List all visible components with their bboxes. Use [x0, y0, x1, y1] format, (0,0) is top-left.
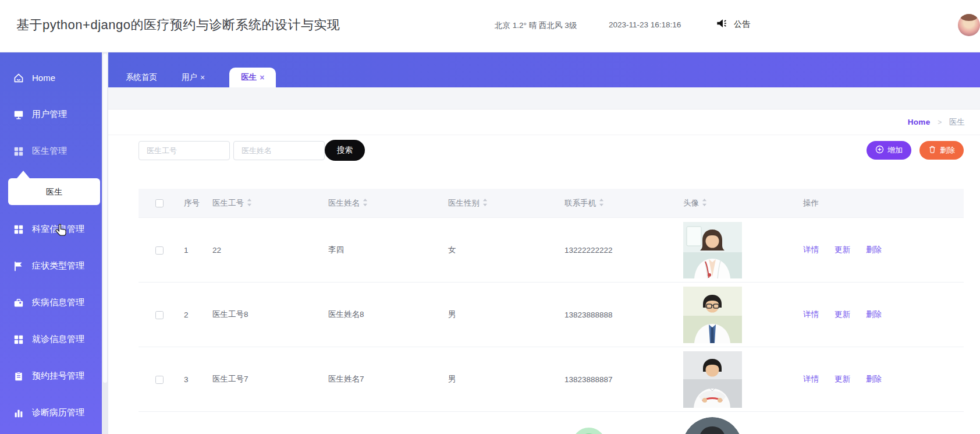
close-icon[interactable]: ×	[200, 68, 205, 87]
user-avatar[interactable]	[958, 14, 980, 36]
home-icon	[13, 72, 24, 84]
bag-icon	[13, 297, 24, 309]
cell-doctor-id: 医生工号8	[212, 309, 328, 320]
doctor-id-input[interactable]	[139, 141, 230, 160]
cell-actions: 详情更新删除	[798, 245, 964, 255]
column-header[interactable]: 医生姓名	[328, 198, 448, 209]
sidebar-item-label: 预约挂号管理	[32, 371, 84, 382]
cell-doctor-name: 医生姓名8	[328, 309, 448, 320]
tab-label: 用户	[182, 68, 197, 87]
sidebar-item-label: 诊断病历管理	[32, 407, 84, 418]
search-button[interactable]: 搜索	[325, 140, 365, 161]
sidebar-submenu: 医生	[0, 171, 108, 205]
cell-doctor-gender: 女	[448, 245, 564, 255]
speaker-icon	[716, 17, 729, 31]
sidebar-item-7[interactable]: 就诊信息管理	[0, 321, 108, 358]
sidebar-item-5[interactable]: 症状类型管理	[0, 248, 108, 284]
update-link[interactable]: 更新	[835, 310, 850, 319]
sidebar-item-label: 症状类型管理	[32, 260, 84, 271]
table-row: 2医生工号8医生姓名8男13823888888详情更新删除	[139, 283, 964, 347]
sort-caret-icon[interactable]	[363, 198, 368, 209]
column-header: 操作	[798, 198, 964, 209]
row-checkbox[interactable]	[155, 246, 164, 255]
sidebar-item-2[interactable]: 用户管理	[0, 96, 108, 133]
sort-caret-icon[interactable]	[599, 198, 604, 209]
sidebar-item-label: 医生管理	[32, 146, 67, 157]
sidebar-item-1[interactable]: Home	[0, 59, 108, 96]
content-top-strip	[108, 87, 980, 110]
sidebar: Home用户管理医生管理医生科室信息管理症状类型管理疾病信息管理就诊信息管理预约…	[0, 52, 108, 434]
breadcrumb-separator: >	[938, 118, 942, 126]
sidebar-item-9[interactable]: 诊断病历管理	[0, 394, 108, 431]
table-row: 122李四女13222222222详情更新删除	[139, 218, 964, 283]
sidebar-item-3[interactable]: 医生管理	[0, 133, 108, 170]
close-icon[interactable]: ×	[260, 68, 264, 87]
submenu-notch-icon	[17, 171, 30, 178]
male-doctor-glasses-photo	[683, 287, 742, 343]
green-circle-badge	[572, 428, 606, 434]
top-header: 基于python+django的医疗预约与诊断系统的设计与实现 北京 1.2° …	[0, 0, 980, 52]
column-header[interactable]: 头像	[683, 198, 798, 209]
delete-link[interactable]: 删除	[866, 375, 882, 383]
add-button[interactable]: 增加	[867, 141, 911, 160]
male-doctor-crossed-photo	[683, 351, 742, 408]
weather-info: 北京 1.2° 晴 西北风 3级	[495, 20, 577, 31]
sidebar-item-6[interactable]: 疾病信息管理	[0, 284, 108, 321]
cell-doctor-id: 医生工号7	[212, 374, 328, 384]
tab-bar: 系统首页用户×医生×	[108, 52, 980, 87]
grid-icon	[13, 334, 24, 345]
select-all-checkbox[interactable]	[155, 199, 164, 207]
detail-link[interactable]: 详情	[803, 245, 819, 254]
cell-actions: 详情更新删除	[798, 374, 964, 384]
datetime-display: 2023-11-23 16:18:16	[609, 20, 681, 29]
sidebar-subitem-doctor[interactable]: 医生	[8, 178, 100, 205]
cell-phone: 13222222222	[564, 246, 683, 255]
sort-caret-icon[interactable]	[702, 198, 707, 209]
tab-user[interactable]: 用户×	[182, 68, 205, 87]
delete-link[interactable]: 删除	[866, 245, 882, 254]
tab-doctor[interactable]: 医生×	[229, 68, 276, 87]
table-row-partial	[139, 412, 964, 434]
update-link[interactable]: 更新	[835, 245, 850, 254]
tab-label: 系统首页	[126, 68, 157, 87]
table-row: 3医生工号7医生姓名7男13823888887详情更新删除	[139, 347, 964, 412]
tab-system-home[interactable]: 系统首页	[126, 68, 157, 87]
breadcrumb-home-link[interactable]: Home	[908, 118, 931, 126]
detail-link[interactable]: 详情	[803, 310, 819, 319]
cell-index: 1	[184, 246, 212, 255]
sort-caret-icon[interactable]	[247, 198, 252, 209]
scrollbar-thumb[interactable]	[103, 54, 107, 383]
doctor-table: 序号医生工号医生姓名医生性别联系手机头像操作 122李四女13222222222…	[139, 189, 964, 434]
plus-circle-icon	[875, 145, 884, 156]
detail-link[interactable]: 详情	[803, 375, 819, 383]
flag-icon	[13, 260, 24, 272]
doctor-name-input[interactable]	[233, 141, 325, 160]
column-header[interactable]: 医生工号	[212, 198, 328, 209]
barchart-icon	[13, 407, 24, 419]
row-checkbox[interactable]	[155, 376, 164, 384]
app-title: 基于python+django的医疗预约与诊断系统的设计与实现	[16, 16, 340, 34]
search-toolbar: 搜索 增加 删除	[139, 140, 964, 161]
cell-actions: 详情更新删除	[798, 309, 964, 320]
announcement-button[interactable]: 公告	[716, 17, 750, 31]
column-header[interactable]: 联系手机	[564, 198, 683, 209]
trash-icon	[928, 145, 936, 156]
delete-button[interactable]: 删除	[919, 141, 964, 160]
table-body: 122李四女13222222222详情更新删除2医生工号8医生姓名8男13823…	[139, 218, 964, 412]
sidebar-item-8[interactable]: 预约挂号管理	[0, 358, 108, 394]
column-header[interactable]: 医生性别	[448, 198, 564, 209]
grid-icon	[13, 146, 24, 157]
cell-phone: 13823888887	[564, 375, 683, 384]
row-checkbox[interactable]	[155, 311, 164, 319]
cell-doctor-id: 22	[212, 246, 328, 255]
update-link[interactable]: 更新	[835, 375, 850, 383]
sidebar-item-4[interactable]: 科室信息管理	[0, 211, 108, 248]
cell-index: 2	[184, 310, 212, 319]
table-header: 序号医生工号医生姓名医生性别联系手机头像操作	[139, 189, 964, 218]
sidebar-scrollbar[interactable]	[102, 52, 108, 434]
delete-button-label: 删除	[940, 145, 955, 156]
column-header: 序号	[184, 198, 212, 209]
delete-link[interactable]: 删除	[866, 310, 882, 319]
sidebar-item-label: 疾病信息管理	[32, 297, 84, 308]
sort-caret-icon[interactable]	[482, 198, 488, 209]
